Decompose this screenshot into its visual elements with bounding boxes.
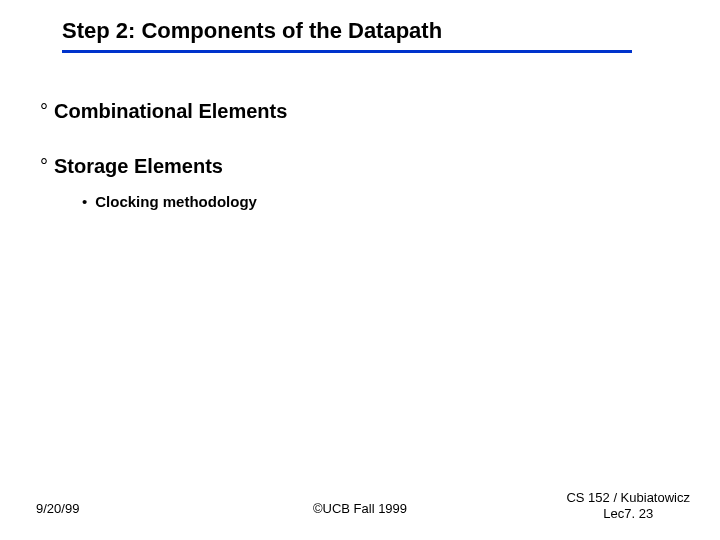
subbullet-label: Clocking methodology [95,193,257,210]
title-block: Step 2: Components of the Datapath [62,18,680,53]
bullet-combinational: °Combinational Elements [40,100,287,123]
slide-title: Step 2: Components of the Datapath [62,18,680,50]
bullet-dot-icon: • [82,193,87,210]
bullet-label: Storage Elements [54,155,223,177]
footer-course-line1: CS 152 / Kubiatowicz [566,490,690,506]
footer-course: CS 152 / Kubiatowicz Lec7. 23 [566,490,690,523]
degree-icon: ° [40,155,48,177]
bullet-storage: °Storage Elements [40,155,223,178]
footer-course-line2: Lec7. 23 [566,506,690,522]
subbullet-clocking: •Clocking methodology [82,193,257,210]
degree-icon: ° [40,100,48,122]
slide: Step 2: Components of the Datapath °Comb… [0,0,720,540]
title-underline [62,50,632,53]
footer: 9/20/99 ©UCB Fall 1999 CS 152 / Kubiatow… [0,482,720,522]
bullet-label: Combinational Elements [54,100,287,122]
